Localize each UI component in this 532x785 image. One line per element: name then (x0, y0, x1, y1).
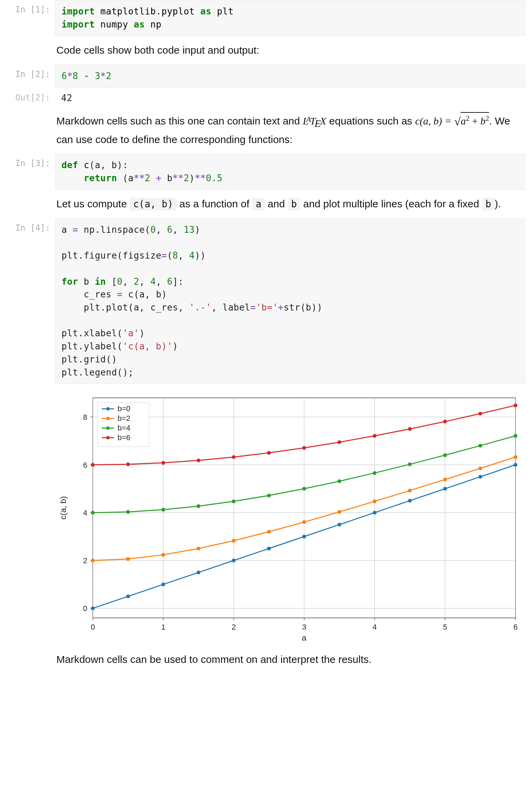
svg-point-41 (232, 559, 236, 563)
latex-logo: LATEX (303, 115, 326, 127)
prompt-empty (7, 384, 55, 389)
inline-code: c(a, b) (130, 198, 176, 210)
markdown-content: Code cells show both code input and outp… (55, 36, 525, 65)
svg-point-83 (337, 440, 341, 444)
svg-text:a: a (302, 633, 307, 642)
code-input[interactable]: def c(a, b): return (a**2 + b**2)**0.5 (55, 154, 525, 190)
svg-point-55 (267, 530, 271, 534)
inline-code: b (482, 198, 495, 210)
md-text: and (265, 198, 288, 209)
line-chart: 012345602468ac(a, b)b=0b=2b=4b=6 (55, 391, 526, 645)
svg-point-37 (91, 607, 95, 610)
inline-code: b (288, 198, 300, 210)
svg-point-82 (302, 446, 306, 450)
svg-text:b=6: b=6 (118, 433, 130, 442)
svg-point-66 (197, 504, 200, 508)
svg-text:4: 4 (373, 623, 377, 631)
input-prompt: In [2]: (7, 65, 55, 79)
svg-text:c(a, b): c(a, b) (58, 496, 68, 520)
md-text: Let us compute (56, 198, 130, 209)
svg-point-49 (514, 463, 518, 467)
prompt-empty (7, 190, 55, 195)
svg-point-45 (373, 511, 377, 515)
markdown-cell-4[interactable]: Markdown cells can be used to comment on… (7, 645, 525, 674)
svg-text:0: 0 (83, 604, 87, 613)
input-prompt: In [1]: (7, 0, 55, 14)
md-text: Markdown cells such as this one can cont… (56, 115, 303, 127)
svg-text:b=2: b=2 (118, 414, 130, 423)
svg-point-75 (514, 434, 518, 438)
svg-text:8: 8 (83, 413, 87, 422)
svg-point-65 (162, 508, 165, 512)
svg-point-74 (478, 444, 482, 448)
output-text: 42 (55, 88, 525, 106)
markdown-content: Let us compute c(a, b) as a function of … (55, 190, 525, 218)
markdown-content: Markdown cells such as this one can cont… (55, 106, 525, 154)
svg-point-99 (106, 426, 110, 430)
svg-point-48 (478, 475, 482, 479)
svg-point-42 (267, 547, 271, 550)
svg-point-80 (232, 455, 236, 459)
svg-point-86 (443, 420, 447, 424)
inline-code: a (252, 198, 265, 210)
md-text: ). (495, 198, 501, 209)
svg-point-63 (91, 511, 95, 515)
svg-text:2: 2 (83, 556, 87, 565)
svg-point-50 (91, 559, 95, 563)
markdown-cell-2[interactable]: Markdown cells such as this one can cont… (7, 106, 525, 154)
prompt-empty (7, 106, 55, 111)
svg-text:b=0: b=0 (118, 404, 130, 413)
markdown-content: Markdown cells can be used to comment on… (55, 645, 525, 674)
input-prompt: In [4]: (7, 218, 55, 233)
svg-point-77 (126, 462, 130, 466)
input-prompt: In [3]: (7, 154, 55, 168)
svg-point-53 (197, 547, 200, 550)
latex-equation: c(a, b) = √a2 + b2 (415, 115, 489, 127)
svg-point-43 (302, 535, 306, 538)
md-text: as a function of (177, 198, 252, 209)
svg-point-84 (373, 434, 377, 438)
code-input[interactable]: 6*8 - 3*2 (55, 65, 525, 88)
svg-text:2: 2 (232, 623, 236, 631)
svg-point-68 (267, 494, 271, 498)
md-text: equations such as (326, 115, 415, 127)
svg-point-59 (408, 489, 412, 492)
svg-point-58 (373, 500, 377, 503)
svg-text:3: 3 (302, 623, 306, 631)
svg-point-81 (267, 451, 271, 455)
svg-point-57 (337, 510, 341, 514)
svg-point-51 (126, 557, 130, 561)
svg-point-73 (443, 453, 447, 457)
code-cell-3[interactable]: In [3]: def c(a, b): return (a**2 + b**2… (7, 154, 525, 190)
md-text: and plot multiple lines (each for a fixe… (300, 198, 482, 209)
svg-point-102 (106, 436, 110, 439)
markdown-cell-3[interactable]: Let us compute c(a, b) as a function of … (7, 190, 525, 218)
svg-point-93 (106, 407, 110, 411)
svg-point-69 (302, 487, 306, 491)
svg-point-96 (106, 417, 110, 420)
svg-point-61 (478, 467, 482, 470)
code-cell-2-output: Out[2]: 42 (7, 88, 525, 106)
svg-point-44 (337, 523, 341, 526)
svg-point-46 (408, 499, 412, 503)
svg-point-76 (91, 463, 95, 467)
prompt-empty (7, 645, 55, 650)
svg-text:b=4: b=4 (118, 424, 130, 432)
code-cell-2[interactable]: In [2]: 6*8 - 3*2 (7, 65, 525, 88)
svg-point-52 (162, 553, 165, 557)
code-cell-4-output: 012345602468ac(a, b)b=0b=2b=4b=6 (7, 384, 525, 645)
markdown-cell-1[interactable]: Code cells show both code input and outp… (7, 36, 525, 65)
output-prompt: Out[2]: (7, 88, 55, 102)
code-input[interactable]: import matplotlib.pyplot as plt import n… (55, 0, 525, 36)
svg-text:1: 1 (161, 623, 165, 631)
code-cell-1[interactable]: In [1]: import matplotlib.pyplot as plt … (7, 0, 525, 36)
svg-point-85 (408, 427, 412, 431)
svg-point-71 (373, 471, 377, 475)
svg-text:5: 5 (443, 623, 447, 631)
svg-point-39 (162, 582, 165, 586)
code-input[interactable]: a = np.linspace(0, 6, 13) plt.figure(fig… (55, 218, 525, 384)
svg-point-72 (408, 462, 412, 466)
code-cell-4[interactable]: In [4]: a = np.linspace(0, 6, 13) plt.fi… (7, 218, 525, 384)
svg-point-62 (514, 455, 518, 459)
prompt-empty (7, 36, 55, 41)
